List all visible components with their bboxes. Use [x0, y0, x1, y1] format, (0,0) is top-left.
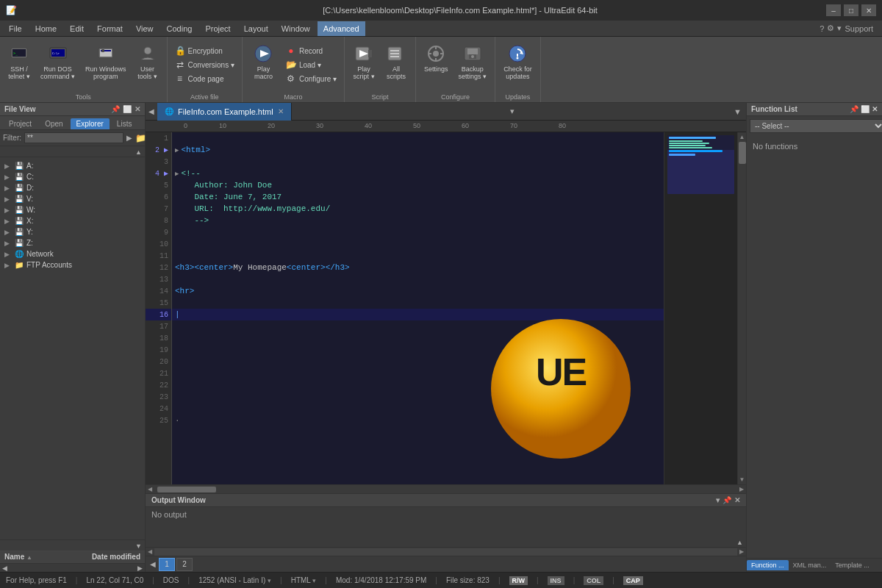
code-page-button[interactable]: ≡ Code page — [172, 72, 237, 85]
ssh-button[interactable]: >_ SSH /telnet ▾ — [4, 41, 34, 82]
scroll-track[interactable] — [738, 142, 746, 475]
drive-z[interactable]: ▶ 💾 Z: — [0, 237, 145, 248]
editor-scroll-down-icon[interactable]: ▼ — [734, 107, 746, 116]
tab-explorer[interactable]: Explorer — [71, 118, 110, 129]
run-windows-button[interactable]: ⬛ Run Windowsprogram — [82, 41, 130, 82]
menu-project[interactable]: Project — [199, 21, 236, 36]
ruler-50: 50 — [413, 122, 420, 129]
fn-close-icon[interactable]: ✕ — [872, 105, 878, 113]
scroll-up-button[interactable]: ▲ — [738, 132, 746, 142]
file-view-pin-icon[interactable]: 📌 — [111, 105, 120, 113]
drive-v[interactable]: ▶ 💾 V: — [0, 193, 145, 204]
fold-2-icon[interactable]: ▶ — [175, 146, 179, 154]
record-button[interactable]: ● Record — [283, 44, 340, 57]
encoding-drop-icon[interactable]: ▾ — [268, 577, 271, 584]
fold-4-icon[interactable]: ▶ — [175, 170, 179, 178]
output-scroll-track[interactable] — [154, 548, 737, 556]
page-scroll-left-icon[interactable]: ◀ — [148, 560, 157, 568]
all-scripts-button[interactable]: Allscripts — [381, 41, 411, 82]
tab-scroll-left-icon[interactable]: ◀ — [146, 107, 157, 115]
code-line-7: URL: http://www.mypage.edu/ — [172, 203, 664, 215]
h-scroll-left-button[interactable]: ◀ — [146, 486, 154, 492]
user-tools-button[interactable]: Usertools ▾ — [133, 41, 162, 82]
drive-y[interactable]: ▶ 💾 Y: — [0, 226, 145, 237]
output-drop-icon[interactable]: ▾ — [716, 496, 720, 504]
file-view-close-icon[interactable]: ✕ — [135, 105, 140, 113]
output-h-left-icon[interactable]: ◀ — [146, 548, 154, 555]
menu-home[interactable]: Home — [29, 21, 62, 36]
tab-close-icon[interactable]: ✕ — [278, 107, 284, 115]
drive-x[interactable]: ▶ 💾 X: — [0, 215, 145, 226]
play-script-button[interactable]: Playscript ▾ — [349, 41, 379, 82]
menu-edit[interactable]: Edit — [64, 21, 90, 36]
line-num-6: 6 — [146, 191, 171, 203]
right-tab-function[interactable]: Function ... — [747, 560, 789, 570]
conversions-button[interactable]: ⇄ Conversions ▾ — [172, 58, 237, 71]
menu-view[interactable]: View — [130, 21, 159, 36]
function-list-dropdown[interactable]: -- Select -- — [750, 119, 882, 133]
settings-button[interactable]: Settings — [420, 41, 452, 75]
h-scroll-right-button[interactable]: ▶ — [737, 486, 746, 492]
configure-macro-button[interactable]: ⚙ Configure ▾ — [283, 72, 340, 85]
h-scroll-track[interactable] — [154, 486, 737, 493]
minimize-button[interactable]: – — [826, 4, 841, 16]
filter-folder-icon[interactable]: 📁 — [135, 133, 146, 143]
tab-open[interactable]: Open — [39, 118, 68, 129]
drive-d[interactable]: ▶ 💾 D: — [0, 182, 145, 193]
output-pin-icon[interactable]: 📌 — [723, 496, 731, 504]
filter-input[interactable] — [24, 132, 123, 143]
fv-scroll-left-icon[interactable]: ◀ — [0, 564, 10, 572]
output-scroll-icon[interactable]: ▲ — [736, 539, 743, 546]
tab-dropdown-icon[interactable]: ▾ — [506, 107, 519, 116]
tab-lists[interactable]: Lists — [111, 118, 138, 129]
output-h-right-icon[interactable]: ▶ — [737, 548, 746, 555]
play-macro-button[interactable]: Playmacro — [247, 41, 280, 82]
fv-scroll-right-icon[interactable]: ▶ — [135, 564, 145, 572]
menu-window[interactable]: Window — [276, 21, 316, 36]
tab-project[interactable]: Project — [3, 118, 37, 129]
ftp-accounts-item[interactable]: ▶ 📁 FTP Accounts — [0, 259, 145, 270]
fn-pin-icon[interactable]: 📌 — [850, 105, 858, 113]
cap-badge: CAP — [623, 576, 643, 585]
right-tab-xml[interactable]: XML man... — [789, 560, 831, 570]
tree-scroll-down-icon[interactable]: ▼ — [135, 542, 142, 550]
network-item[interactable]: ▶ 🌐 Network — [0, 248, 145, 259]
menu-layout[interactable]: Layout — [238, 21, 274, 36]
drive-a[interactable]: ▶ 💾 A: — [0, 160, 145, 171]
menu-advanced[interactable]: Advanced — [318, 21, 365, 36]
output-close-icon[interactable]: ✕ — [734, 496, 740, 504]
run-dos-button[interactable]: C:\> Run DOScommand ▾ — [37, 41, 79, 82]
editor-tab-main[interactable]: 🌐 FileInfo.com Example.html ✕ — [157, 103, 292, 121]
fn-float-icon[interactable]: ⬜ — [861, 105, 870, 113]
tree-scroll-up-icon[interactable]: ▲ — [135, 148, 142, 156]
page-1-button[interactable]: 1 — [159, 558, 175, 571]
run-dos-icon: C:\> — [48, 43, 68, 64]
backup-settings-button[interactable]: Backupsettings ▾ — [455, 41, 491, 82]
col-name-header[interactable]: Name ▲ — [4, 553, 86, 561]
scroll-down-button[interactable]: ▼ — [738, 475, 746, 484]
encryption-button[interactable]: 🔒 Encryption — [172, 44, 237, 57]
page-2-button[interactable]: 2 — [176, 558, 193, 571]
lang-drop-icon[interactable]: ▾ — [312, 577, 316, 584]
maximize-button[interactable]: □ — [844, 4, 858, 16]
close-button[interactable]: ✕ — [861, 4, 876, 16]
check-updates-button[interactable]: Check forupdates — [500, 41, 536, 82]
right-tab-template[interactable]: Template ... — [831, 560, 874, 570]
drive-w[interactable]: ▶ 💾 W: — [0, 204, 145, 215]
check-updates-label: Check forupdates — [503, 65, 532, 80]
file-view-title: File View — [4, 105, 36, 113]
scroll-thumb[interactable] — [739, 142, 746, 164]
mini-map — [664, 132, 737, 484]
support-button[interactable]: Support — [845, 24, 873, 33]
tools-group-label: Tools — [76, 90, 91, 101]
menu-format[interactable]: Format — [91, 21, 129, 36]
menu-file[interactable]: File — [3, 21, 28, 36]
code-editor[interactable]: UE ▶ <html> ▶ <!-- Author: John Do — [172, 132, 664, 484]
drive-c[interactable]: ▶ 💾 C: — [0, 171, 145, 182]
filter-arrow-icon[interactable]: ▶ — [126, 134, 132, 142]
load-button[interactable]: 📂 Load ▾ — [283, 58, 340, 71]
menu-coding[interactable]: Coding — [161, 21, 198, 36]
h-scroll-thumb[interactable] — [157, 487, 216, 492]
file-view-float-icon[interactable]: ⬜ — [123, 105, 132, 113]
status-bar: For Help, press F1 | Ln 22, Col 71, C0 |… — [0, 572, 882, 588]
